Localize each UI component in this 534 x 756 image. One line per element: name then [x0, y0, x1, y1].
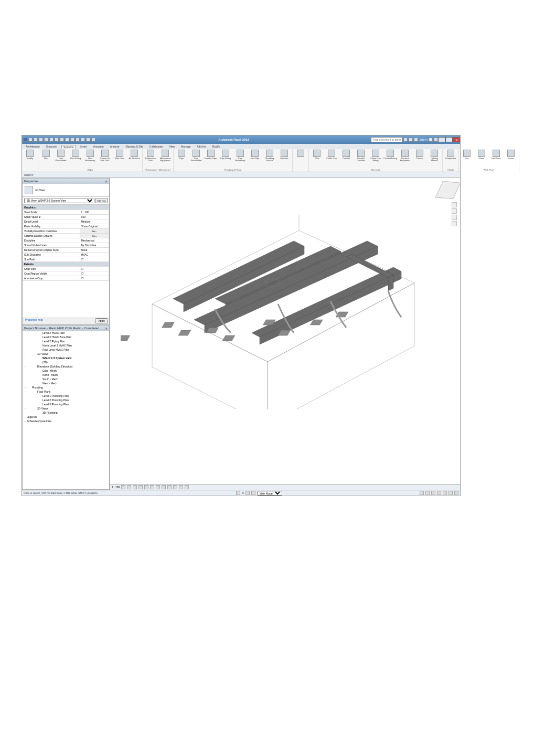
signin-label[interactable]: Sign In [419, 138, 428, 142]
prop-value[interactable]: 100 [80, 215, 109, 219]
ribbon-conduit[interactable]: Conduit [339, 150, 353, 169]
prop-value[interactable]: Medium [80, 219, 109, 224]
ribbon-cable-tray[interactable]: Cable Tray [325, 150, 338, 169]
tree-node[interactable]: South - Mech [25, 377, 109, 381]
exchange-icon[interactable]: ☆ [409, 138, 413, 142]
ribbon-duct[interactable]: Duct [39, 150, 53, 169]
drag-icon[interactable] [425, 491, 430, 495]
ribbon-electrical-equipment[interactable]: Electrical Equipment [398, 150, 412, 169]
help-search-input[interactable] [371, 137, 402, 142]
shadows-icon[interactable] [138, 485, 143, 489]
tree-node[interactable]: {3D} [25, 360, 109, 364]
sel-underlay-icon[interactable] [437, 491, 441, 495]
qat-thin-icon[interactable] [81, 138, 85, 142]
tree-node[interactable]: Schedules/Quantities [25, 419, 109, 423]
tab-massing[interactable]: Massing & Site [124, 145, 145, 148]
tree-node[interactable]: West - Mech [25, 381, 109, 385]
close-button[interactable]: ✕ [453, 137, 460, 142]
editable-only-icon[interactable] [245, 491, 250, 495]
ribbon-pipe-placeholder[interactable]: Pipe Placeholder [189, 150, 203, 169]
drawing-viewport[interactable]: 1 : 100 [110, 178, 460, 490]
qat-section-icon[interactable] [76, 138, 80, 142]
ribbon-lighting-fixture[interactable]: Lighting Fixture [428, 150, 441, 169]
help-icon[interactable]: ✕ [429, 138, 433, 142]
tab-collaborate[interactable]: Collaborate [148, 145, 165, 148]
rendering-icon[interactable] [144, 485, 148, 489]
tab-structure[interactable]: Structure [45, 145, 58, 148]
tree-node[interactable]: Legends [25, 415, 109, 419]
qat-text-icon[interactable]: A [65, 138, 69, 142]
sel-face-icon[interactable] [448, 491, 453, 495]
prop-section-graphics[interactable]: Graphics [23, 205, 109, 210]
prop-section-extents[interactable]: Extents [23, 262, 109, 267]
tree-node[interactable]: North - Mech [25, 373, 109, 377]
ribbon-component[interactable]: Component [444, 150, 457, 169]
pan-icon[interactable] [452, 208, 457, 214]
edit-type-button[interactable]: Edit Type [95, 198, 108, 203]
tree-node[interactable]: Floor Plans [25, 390, 109, 394]
tab-addins[interactable]: Add-Ins [195, 145, 207, 148]
prop-value[interactable]: Mechanical [80, 238, 109, 243]
type-selector[interactable]: 3D View [23, 184, 109, 197]
tree-node[interactable]: Elevations (Building Elevation) [25, 364, 109, 369]
ribbon-fab-part[interactable]: Fabrication Part [144, 150, 157, 169]
zoom-icon[interactable] [452, 215, 457, 220]
ribbon-pipe-fitting[interactable]: Pipe Fitting [219, 150, 232, 169]
app-menu-icon[interactable] [23, 138, 27, 142]
show-crop-icon[interactable] [156, 485, 160, 489]
ribbon-set[interactable]: Set [460, 150, 474, 169]
main-model-dropdown[interactable]: Main Model [257, 491, 282, 496]
filter-icon[interactable] [420, 491, 424, 495]
ribbon-parallel-pipes[interactable]: Parallel Pipes [204, 150, 218, 169]
orbit-icon[interactable] [452, 221, 457, 226]
tab-annotate[interactable]: Annotate [92, 145, 105, 148]
tab-insert[interactable]: Insert [79, 145, 89, 148]
ribbon-flex-duct[interactable]: Convert to Flex Duct [98, 150, 112, 169]
tree-node[interactable]: 3D Plumbing [25, 411, 109, 415]
visual-style-icon[interactable] [127, 485, 131, 489]
browser-header[interactable]: Project Browser - Revit MEP 2016 Metric … [23, 326, 109, 331]
subscription-icon[interactable] [403, 138, 408, 142]
ribbon-viewer[interactable]: Viewer [504, 150, 518, 169]
prop-value[interactable]: Show Original [80, 224, 109, 229]
ribbon-modify[interactable]: Modify [23, 150, 37, 171]
sun-path-icon[interactable] [133, 485, 137, 489]
sel-link-icon[interactable] [431, 491, 435, 495]
ribbon-pipe-accessory[interactable]: Pipe Accessory [233, 150, 247, 169]
prop-value[interactable]: None [80, 248, 109, 253]
qat-print-icon[interactable] [49, 138, 54, 142]
constraints-icon[interactable] [179, 485, 183, 489]
reveal-hidden-icon[interactable] [173, 485, 177, 489]
tab-modify[interactable]: Modify [211, 145, 222, 148]
qat-close-hidden-icon[interactable] [86, 138, 90, 142]
lock-3d-icon[interactable] [162, 485, 166, 489]
ribbon-sep[interactable] [294, 150, 307, 171]
detail-level-icon[interactable] [121, 485, 125, 489]
qat-measure-icon[interactable] [55, 138, 59, 142]
ribbon-ref-plane[interactable]: Ref Plane [489, 150, 503, 169]
select-dropdown[interactable]: Select ▾ [22, 173, 36, 176]
qat-switch-icon[interactable] [91, 138, 95, 142]
ribbon-device[interactable]: Device [413, 150, 426, 169]
ribbon-wire[interactable]: Wire [310, 150, 324, 169]
tree-node[interactable]: Plumbing [25, 385, 109, 390]
ribbon-air-terminal[interactable]: Air Terminal [127, 150, 141, 169]
ribbon-parallel-conduits[interactable]: Parallel Conduits [354, 150, 368, 169]
ribbon-cable-tray-fitting[interactable]: Cable Tray Fitting [369, 150, 382, 169]
qat-open-icon[interactable] [28, 138, 33, 142]
ribbon-flex-pipe[interactable]: Flex Pipe [248, 150, 262, 169]
browser-close-icon[interactable]: ✕ [105, 327, 108, 330]
tree-node[interactable]: Level 2 HVAC Plan [25, 331, 109, 335]
tree-node[interactable]: WSHP 2-3 System View [25, 356, 109, 360]
tab-view[interactable]: View [167, 145, 176, 148]
prop-value[interactable]: ☐ [80, 267, 109, 271]
ribbon-duct-placeholder[interactable]: Duct Placeholder [54, 150, 68, 169]
apply-button[interactable]: Apply [95, 318, 108, 323]
ribbon-duct-fitting[interactable]: Duct Fitting [69, 150, 82, 169]
ribbon-mech-equip[interactable]: Mechanical Equipment [158, 150, 172, 169]
prop-value[interactable]: Edit... [80, 229, 109, 234]
prop-value[interactable]: 1 : 100 [80, 210, 109, 215]
tree-node[interactable]: North Level 1 HVAC Plan [25, 343, 109, 348]
qat-redo-icon[interactable] [44, 138, 48, 142]
prop-value[interactable]: HVAC [80, 253, 109, 257]
